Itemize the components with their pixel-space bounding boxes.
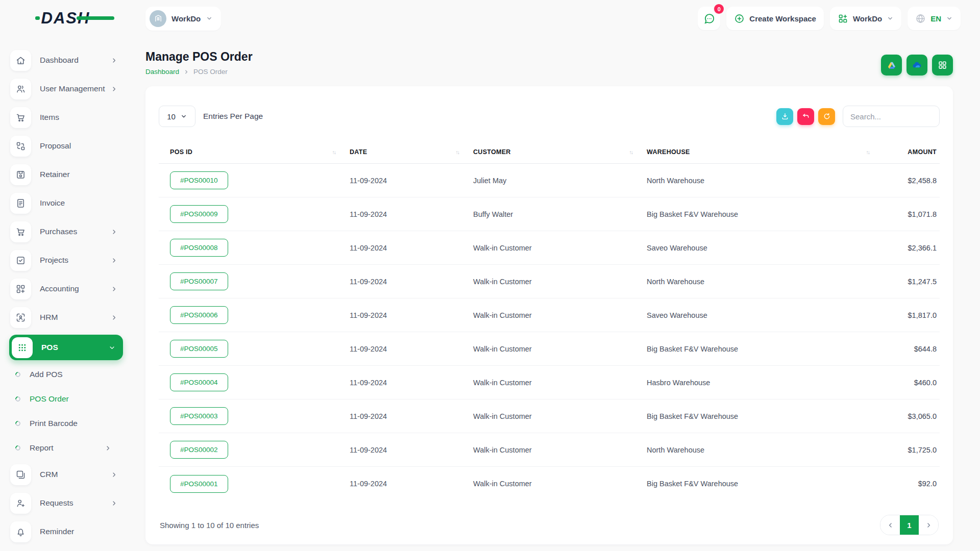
card-footer: Showing 1 to 10 of 10 entries 1 — [159, 515, 940, 535]
cell-warehouse: North Warehouse — [647, 446, 884, 454]
sidebar-item-reminder[interactable]: Reminder — [9, 520, 123, 543]
pos-id-link[interactable]: #POS00001 — [170, 475, 228, 493]
cell-date: 11-09-2024 — [350, 412, 473, 420]
pos-id-link[interactable]: #POS00008 — [170, 239, 228, 257]
sort-icon[interactable]: ↑↓ — [866, 149, 870, 155]
cell-amount: $92.0 — [884, 480, 940, 488]
sidebar-item-label: POS — [41, 343, 108, 352]
pos-id-link[interactable]: #POS00009 — [170, 205, 228, 223]
sort-icon[interactable]: ↑↓ — [332, 149, 336, 155]
column-header-pos-id[interactable]: POS ID ↑↓ — [159, 148, 350, 156]
workspace-avatar — [150, 10, 166, 27]
chat-icon — [703, 13, 715, 24]
messages-button[interactable]: 0 — [698, 7, 720, 30]
search-input[interactable] — [843, 106, 940, 127]
chat-badge: 0 — [713, 3, 725, 15]
pos-id-link[interactable]: #POS00003 — [170, 407, 228, 425]
onedrive-button[interactable] — [906, 55, 927, 76]
sidebar-item-crm[interactable]: CRM — [9, 463, 123, 486]
sidebar-item-invoice[interactable]: Invoice — [9, 192, 123, 214]
sidebar-item-label: Reminder — [40, 527, 118, 536]
sidebar-item-items[interactable]: Items — [9, 106, 123, 129]
pos-id-link[interactable]: #POS00005 — [170, 340, 228, 358]
column-header-date[interactable]: DATE ↑↓ — [350, 148, 473, 156]
sidebar-item-pos[interactable]: POS — [9, 335, 123, 360]
sidebar-item-retainer[interactable]: Retainer — [9, 163, 123, 186]
export-download-button[interactable] — [776, 108, 793, 125]
sidebar-item-accounting[interactable]: Accounting — [9, 278, 123, 300]
cell-warehouse: Big Basket F&V Warehouse — [647, 480, 884, 488]
sidebar-item-projects[interactable]: Projects — [9, 249, 123, 271]
sidebar-item-requests[interactable]: Requests — [9, 492, 123, 514]
refresh-button[interactable] — [818, 108, 835, 125]
column-header-warehouse[interactable]: WAREHOUSE ↑↓ — [647, 148, 884, 156]
cell-amount: $1,247.5 — [884, 278, 940, 286]
undo-icon — [802, 112, 810, 120]
pagination-prev-button[interactable] — [880, 515, 900, 535]
sidebar-subitem-add-pos[interactable]: Add POS — [15, 365, 123, 384]
chevron-right-icon — [110, 499, 118, 507]
entries-per-page-select[interactable]: 10 — [159, 106, 195, 127]
table-body: #POS0001011-09-2024Juliet MayNorth Wareh… — [159, 164, 940, 500]
create-workspace-button[interactable]: Create Workspace — [726, 7, 824, 30]
grid-view-button[interactable] — [932, 55, 953, 76]
chevron-right-icon — [110, 257, 118, 264]
cell-date: 11-09-2024 — [350, 177, 473, 185]
breadcrumb-dashboard-link[interactable]: Dashboard — [145, 68, 179, 76]
sort-icon[interactable]: ↑↓ — [456, 149, 459, 155]
column-header-customer[interactable]: CUSTOMER ↑↓ — [473, 148, 647, 156]
cell-date: 11-09-2024 — [350, 210, 473, 218]
logo-container: DASH — [0, 9, 131, 28]
bullet-ring-icon — [14, 444, 21, 452]
bullet-ring-icon — [14, 420, 21, 427]
language-selector[interactable]: EN — [908, 7, 961, 30]
pos-id-link[interactable]: #POS00004 — [170, 373, 228, 391]
sidebar-subitem-pos-order[interactable]: POS Order — [15, 390, 123, 408]
sidebar-item-proposal[interactable]: Proposal — [9, 135, 123, 157]
sidebar-item-purchases[interactable]: Purchases — [9, 220, 123, 243]
google-drive-button[interactable] — [881, 55, 902, 76]
page-header: Manage POS Order Dashboard POS Order — [145, 50, 953, 76]
cell-date: 11-09-2024 — [350, 345, 473, 353]
workspace-menu-label: WorkDo — [853, 14, 882, 23]
app-logo[interactable]: DASH — [41, 9, 90, 28]
chevron-left-icon — [887, 521, 894, 529]
proposal-icon — [10, 136, 31, 157]
sidebar-item-label: Purchases — [40, 227, 110, 236]
pos-id-link[interactable]: #POS00010 — [170, 171, 228, 189]
pos-id-link[interactable]: #POS00007 — [170, 272, 228, 290]
chevron-right-icon — [110, 471, 118, 479]
workspace-selector[interactable]: WorkDo — [145, 7, 221, 31]
chevron-down-icon — [206, 15, 213, 22]
main-content: Manage POS Order Dashboard POS Order 10 — [131, 37, 980, 551]
pagination-page-1[interactable]: 1 — [900, 515, 919, 535]
cell-warehouse: Saveo Warehouse — [647, 244, 884, 252]
retainer-icon — [10, 164, 31, 185]
cell-customer: Walk-in Customer — [473, 345, 647, 353]
cell-amount: $2,366.1 — [884, 244, 940, 252]
sidebar-item-label: User Management — [40, 84, 110, 93]
globe-icon — [915, 13, 926, 24]
sort-icon[interactable]: ↑↓ — [629, 149, 633, 155]
table-row: #POS0000811-09-2024Walk-in CustomerSaveo… — [159, 231, 940, 265]
cell-customer: Juliet May — [473, 177, 647, 185]
sidebar-item-label: HRM — [40, 313, 110, 322]
pos-id-link[interactable]: #POS00002 — [170, 441, 228, 459]
sidebar-subitem-report[interactable]: Report — [15, 439, 123, 457]
top-navbar: DASH WorkDo 0 Create Workspace WorkDo EN — [0, 0, 980, 37]
cell-date: 11-09-2024 — [350, 480, 473, 488]
undo-button[interactable] — [797, 108, 814, 125]
cell-warehouse: Big Basket F&V Warehouse — [647, 210, 884, 218]
chevron-right-icon — [925, 521, 933, 529]
workspace-menu-button[interactable]: WorkDo — [830, 7, 901, 30]
sidebar-nav: DashboardUser ManagementItemsProposalRet… — [9, 49, 123, 543]
sidebar-item-user-management[interactable]: User Management — [9, 78, 123, 100]
sidebar-item-hrm[interactable]: HRM — [9, 306, 123, 329]
column-header-amount[interactable]: AMOUNT — [884, 148, 940, 156]
sidebar-subitem-print-barcode[interactable]: Print Barcode — [15, 414, 123, 433]
pagination-next-button[interactable] — [919, 515, 938, 535]
sidebar-item-dashboard[interactable]: Dashboard — [9, 49, 123, 71]
sidebar-item-label: Projects — [40, 256, 110, 265]
sidebar: DashboardUser ManagementItemsProposalRet… — [0, 37, 131, 551]
pos-id-link[interactable]: #POS00006 — [170, 306, 228, 324]
